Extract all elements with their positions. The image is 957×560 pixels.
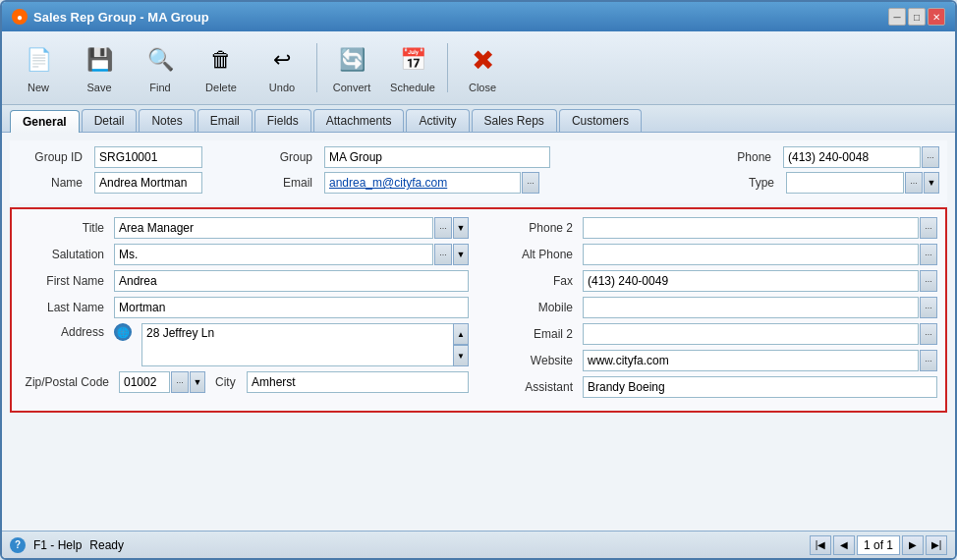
alt-phone-label: Alt Phone: [488, 248, 577, 261]
title-lookup-button[interactable]: ···: [434, 217, 452, 239]
phone-label: Phone: [706, 150, 775, 164]
email-input[interactable]: [324, 172, 521, 194]
salutation-field-group: ··· ▼: [114, 244, 469, 265]
tab-detail[interactable]: Detail: [82, 109, 138, 132]
alt-phone-input[interactable]: [583, 244, 919, 265]
tab-attachments[interactable]: Attachments: [313, 109, 405, 132]
help-icon[interactable]: ?: [10, 537, 26, 553]
type-lookup-button[interactable]: ···: [905, 172, 923, 194]
fax-lookup-button[interactable]: ···: [920, 270, 937, 292]
address-label: Address: [20, 323, 108, 339]
fax-row: Fax ···: [488, 270, 937, 292]
title-bar-left: ● Sales Rep Group - MA Group: [12, 9, 209, 25]
tab-sales-reps[interactable]: Sales Reps: [472, 109, 557, 132]
zip-lookup-button[interactable]: ···: [171, 371, 189, 393]
group-id-input[interactable]: [94, 146, 202, 168]
email2-lookup-button[interactable]: ···: [920, 323, 937, 345]
fax-label: Fax: [488, 274, 577, 288]
tab-email[interactable]: Email: [197, 109, 253, 132]
tabs-bar: General Detail Notes Email Fields Attach…: [2, 105, 955, 133]
first-name-row: First Name: [20, 270, 469, 292]
alt-phone-lookup-button[interactable]: ···: [920, 244, 937, 265]
undo-icon: ↩: [264, 42, 300, 78]
tab-fields[interactable]: Fields: [254, 109, 311, 132]
nav-prev-button[interactable]: ◀: [833, 535, 855, 555]
tab-notes[interactable]: Notes: [139, 109, 195, 132]
last-name-input[interactable]: [114, 297, 469, 318]
mobile-lookup-button[interactable]: ···: [920, 297, 937, 318]
find-button[interactable]: 🔍 Find: [132, 37, 189, 98]
address-input[interactable]: 28 Jeffrey Ln: [141, 323, 469, 366]
address-scroll-buttons: ▲ ▼: [453, 323, 469, 366]
status-bar: ? F1 - Help Ready |◀ ◀ 1 of 1 ▶ ▶|: [2, 531, 955, 558]
assistant-row: Assistant: [488, 376, 937, 398]
mobile-row: Mobile ···: [488, 297, 937, 318]
undo-label: Undo: [269, 82, 295, 93]
globe-icon[interactable]: 🌐: [114, 323, 132, 341]
nav-controls: |◀ ◀ 1 of 1 ▶ ▶|: [810, 535, 947, 555]
phone-lookup-button[interactable]: ···: [922, 146, 939, 168]
new-icon: 📄: [21, 42, 56, 78]
delete-button[interactable]: 🗑 Delete: [193, 37, 250, 98]
phone2-input[interactable]: [583, 217, 919, 239]
convert-button[interactable]: 🔄 Convert: [323, 37, 380, 98]
address-scroll-down[interactable]: ▼: [453, 345, 469, 366]
phone-input[interactable]: [783, 146, 921, 168]
nav-last-button[interactable]: ▶|: [926, 535, 947, 555]
salutation-lookup-button[interactable]: ···: [434, 244, 452, 265]
email-field-group: ···: [324, 172, 539, 194]
email-label: Email: [248, 176, 316, 190]
tab-general[interactable]: General: [10, 110, 80, 133]
last-name-label: Last Name: [20, 301, 108, 314]
maximize-button[interactable]: □: [908, 8, 926, 26]
fax-input[interactable]: [583, 270, 919, 292]
salutation-row: Salutation ··· ▼: [20, 244, 469, 265]
email-lookup-button[interactable]: ···: [522, 172, 539, 194]
nav-next-button[interactable]: ▶: [902, 535, 924, 555]
zip-dropdown-button[interactable]: ▼: [190, 371, 205, 393]
phone2-row: Phone 2 ···: [488, 217, 937, 239]
nav-first-button[interactable]: |◀: [810, 535, 831, 555]
undo-button[interactable]: ↩ Undo: [253, 37, 310, 98]
city-label: City: [211, 375, 241, 389]
save-button[interactable]: 💾 Save: [71, 37, 128, 98]
title-row: Title ··· ▼: [20, 217, 469, 239]
city-input[interactable]: [247, 371, 469, 393]
zip-input[interactable]: [119, 371, 170, 393]
header-row-1: Group ID Group Phone ···: [18, 146, 939, 168]
salutation-input[interactable]: [114, 244, 433, 265]
title-dropdown-button[interactable]: ▼: [453, 217, 469, 239]
type-dropdown-button[interactable]: ▼: [924, 172, 939, 194]
website-input[interactable]: [583, 350, 919, 371]
status-left: ? F1 - Help Ready: [10, 537, 124, 553]
type-input[interactable]: [786, 172, 904, 194]
first-name-input[interactable]: [114, 270, 469, 292]
phone2-lookup-button[interactable]: ···: [920, 217, 937, 239]
address-scroll-up[interactable]: ▲: [453, 323, 469, 345]
group-input[interactable]: [324, 146, 550, 168]
tab-customers[interactable]: Customers: [559, 109, 642, 132]
assistant-input[interactable]: [583, 376, 937, 398]
mobile-input[interactable]: [583, 297, 919, 318]
salutation-dropdown-button[interactable]: ▼: [453, 244, 469, 265]
name-input[interactable]: [94, 172, 202, 194]
status-text: Ready: [89, 538, 124, 552]
alt-phone-field-group: ···: [583, 244, 937, 265]
schedule-button[interactable]: 📅 Schedule: [384, 37, 441, 98]
close-window-button[interactable]: ✕: [928, 8, 945, 26]
title-field-group: ··· ▼: [114, 217, 469, 239]
title-input[interactable]: [114, 217, 433, 239]
tab-activity[interactable]: Activity: [406, 109, 469, 132]
email2-input[interactable]: [583, 323, 919, 345]
phone2-label: Phone 2: [488, 221, 577, 235]
mobile-label: Mobile: [488, 301, 577, 314]
website-lookup-button[interactable]: ···: [920, 350, 937, 371]
new-button[interactable]: 📄 New: [10, 37, 67, 98]
close-button[interactable]: ✖ Close: [454, 37, 511, 98]
convert-label: Convert: [333, 82, 371, 93]
fax-field-group: ···: [583, 270, 937, 292]
zip-city-row: Zip/Postal Code ··· ▼ City: [20, 371, 469, 393]
website-row: Website ···: [488, 350, 937, 371]
minimize-button[interactable]: ─: [888, 8, 906, 26]
schedule-icon: 📅: [395, 42, 430, 78]
